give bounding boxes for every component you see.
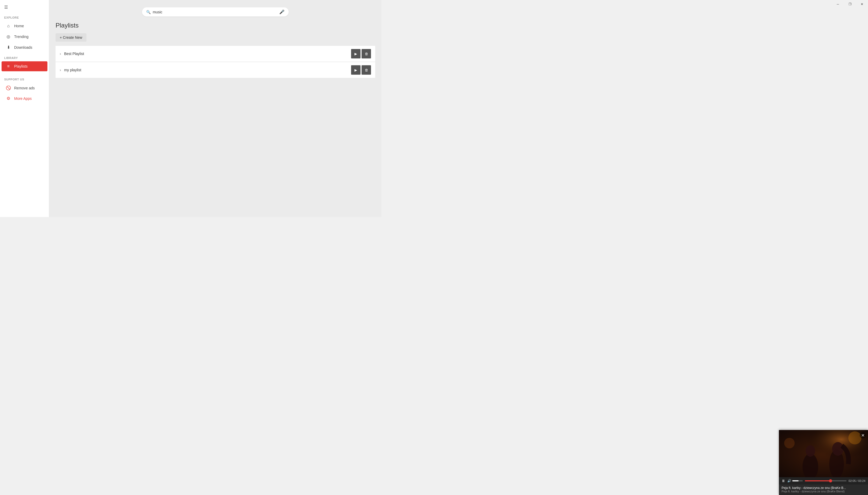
sidebar: ☰ EXPLORE ⌂ Home ◎ Trending ⬇ Downloads … [0,0,49,217]
sidebar-item-home[interactable]: ⌂ Home [2,21,48,31]
sidebar-item-label: Trending [14,35,29,39]
microphone-icon[interactable]: 🎤 [279,10,284,14]
sidebar-item-downloads[interactable]: ⬇ Downloads [2,42,48,52]
sidebar-item-label: Remove ads [14,86,35,90]
create-new-button[interactable]: + Create New [55,33,86,42]
delete-playlist-button[interactable]: 🗑 [362,65,371,75]
home-icon: ⌂ [6,23,11,28]
play-playlist-button[interactable]: ▶ [351,65,361,75]
delete-playlist-button[interactable]: 🗑 [362,49,371,58]
playlist-icon: ≡ [6,64,11,69]
hamburger-icon: ☰ [4,5,8,10]
page-title: Playlists [55,22,375,29]
menu-toggle-button[interactable]: ☰ [0,0,49,12]
play-playlist-button[interactable]: ▶ [351,49,361,58]
remove-ads-icon: 🚫 [6,85,11,90]
sidebar-item-label: Home [14,24,24,28]
trending-icon: ◎ [6,34,11,39]
sidebar-item-label: Downloads [14,45,32,50]
explore-section-label: EXPLORE [0,12,49,21]
sidebar-item-more-apps[interactable]: ⚙ More Apps [2,93,48,103]
playlist-name: my playlist [64,68,351,72]
app-container: ☰ EXPLORE ⌂ Home ◎ Trending ⬇ Downloads … [0,0,381,217]
sidebar-item-label: Playlists [14,64,28,68]
download-icon: ⬇ [6,45,11,50]
more-apps-icon: ⚙ [6,96,11,101]
playlist-name: Best Playlist [64,52,351,56]
main-content: 🔍 music 🎤 Playlists + Create New › Best … [49,0,381,217]
chevron-right-icon: › [60,52,61,56]
table-row[interactable]: › my playlist ▶ 🗑 [55,62,375,78]
support-section-label: SUPPORT US [0,74,49,83]
sidebar-item-trending[interactable]: ◎ Trending [2,31,48,42]
table-row[interactable]: › Best Playlist ▶ 🗑 [55,46,375,62]
playlist-actions: ▶ 🗑 [351,65,371,75]
library-section-label: LIBRARY [0,53,49,61]
search-icon: 🔍 [146,10,151,14]
sidebar-item-label: More Apps [14,97,32,101]
sidebar-item-remove-ads[interactable]: 🚫 Remove ads [2,83,48,93]
sidebar-item-playlists[interactable]: ≡ Playlists [2,61,48,71]
playlist-actions: ▶ 🗑 [351,49,371,58]
search-bar-container: 🔍 music 🎤 [55,5,375,17]
chevron-right-icon: › [60,68,61,72]
support-section: SUPPORT US 🚫 Remove ads ⚙ More Apps [0,74,49,104]
playlist-list: › Best Playlist ▶ 🗑 › my playlist ▶ 🗑 [55,46,375,78]
search-bar: 🔍 music 🎤 [142,7,289,17]
search-input[interactable]: music [153,10,277,14]
